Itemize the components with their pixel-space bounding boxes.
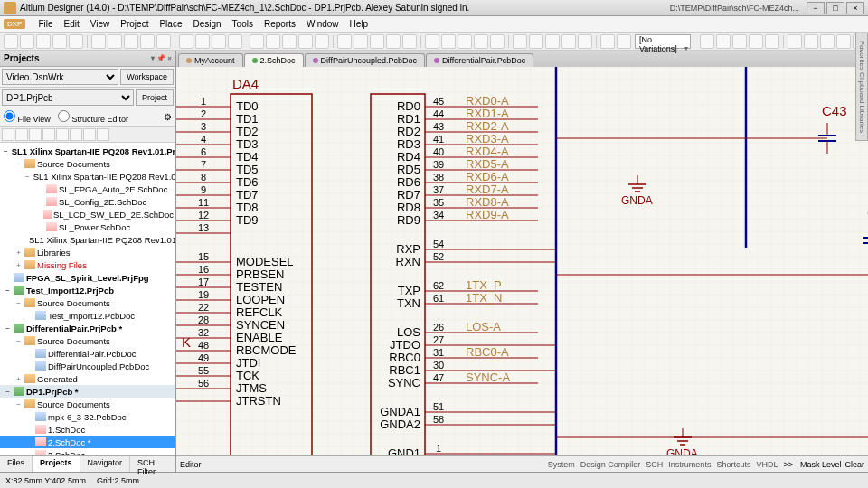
toolbar-button[interactable] [212,34,226,49]
tree-tool-button[interactable] [15,128,28,141]
toolbar-button[interactable] [545,34,560,49]
tree-node[interactable]: DifferentialPair.PcbDoc [0,347,175,360]
panel-tab-sch filter[interactable]: SCH Filter [130,456,175,472]
tree-node[interactable]: +Missing Files [0,258,175,271]
toolbar-button[interactable] [474,34,488,49]
panel-tab-files[interactable]: Files [0,456,33,472]
tree-node[interactable]: −Source Documents [0,398,175,410]
tree-node[interactable]: −Test_Import12.PrjPcb [0,284,175,296]
tree-node[interactable]: SL_FPGA_Auto_2E.SchDoc [0,183,175,195]
menu-file[interactable]: File [33,17,58,31]
tree-tool-button[interactable] [97,128,109,141]
toolbar-button[interactable] [179,34,193,49]
variations-select[interactable]: [No Variations] [635,34,691,49]
tree-node[interactable]: −SL1 Xilinx Spartan-IIE PQ208 Rev1.01.Sc… [0,170,175,183]
toolbar-button[interactable] [124,34,138,49]
tree-tool-button[interactable] [29,128,42,141]
tree-node[interactable]: 2.SchDoc * [0,436,175,448]
toolbar-button[interactable] [354,34,368,49]
doc-tab[interactable]: DiffPairUncoupled.PcbDoc [305,53,425,67]
tree-node[interactable]: mpk-6_3-32.PcbDoc [0,410,175,423]
toolbar-button[interactable] [700,34,714,49]
toolbar-button[interactable] [36,34,51,49]
fileview-radio[interactable]: File View [4,110,51,124]
toolbar-button[interactable] [386,34,401,49]
system-tab[interactable]: Shortcuts [716,460,750,469]
system-tab[interactable]: Design Compiler [580,460,641,469]
menu-project[interactable]: Project [115,17,154,31]
toolbar-button[interactable] [490,34,505,49]
toolbar-button[interactable] [370,34,384,49]
tree-node[interactable]: FPGA_SL_Spirit_Level.PrjFpg [0,271,175,284]
minimize-button[interactable]: − [807,2,825,14]
workspace-select[interactable]: Video.DsnWrk [2,69,118,85]
toolbar-button[interactable] [561,34,576,49]
toolbar-button[interactable] [425,34,439,49]
toolbar-button[interactable] [91,34,106,49]
toolbar-button[interactable] [820,34,835,49]
tree-node[interactable]: −DP1.PrjPcb * [0,385,175,398]
toolbar-button[interactable] [617,34,631,49]
menu-reports[interactable]: Reports [259,17,301,31]
toolbar-button[interactable] [716,34,731,49]
panel-settings-icon[interactable]: ⚙ [164,112,172,122]
system-tab[interactable]: VHDL [756,460,778,469]
tree-tool-button[interactable] [83,128,96,141]
doc-tab[interactable]: DifferentialPair.PcbDoc [426,53,533,67]
toolbar-button[interactable] [156,34,171,49]
mask-level[interactable]: Mask Level [800,460,842,469]
tree-node[interactable]: SL_Config_2E.SchDoc [0,195,175,208]
toolbar-button[interactable] [52,34,67,49]
project-tree[interactable]: −SL1 Xilinx Spartan-IIE PQ208 Rev1.01.Pr… [0,143,175,455]
toolbar-button[interactable] [600,34,615,49]
panel-menu-icon[interactable]: ▾ [151,54,155,62]
structure-radio[interactable]: Structure Editor [58,110,128,124]
project-button[interactable]: Project [136,89,174,106]
toolbar-button[interactable] [458,34,472,49]
tree-node[interactable]: Test_Import12.PcbDoc [0,309,175,322]
menu-help[interactable]: Help [344,17,374,31]
tree-node[interactable]: 3.SchDoc [0,448,175,455]
panel-close-icon[interactable]: × [167,54,172,62]
tree-tool-button[interactable] [42,128,55,141]
system-tab[interactable]: Instruments [668,460,711,469]
dxp-button[interactable]: DXP [4,19,25,29]
tree-node[interactable]: −DifferentialPair.PrjPcb * [0,322,175,334]
tree-node[interactable]: SL1 Xilinx Spartan-IIE PQ208 Rev1.01.Pcb… [0,233,175,246]
toolbar-button[interactable] [732,34,747,49]
menu-design[interactable]: Design [187,17,226,31]
toolbar-button[interactable] [836,34,851,49]
doc-tab[interactable]: MyAccount [178,53,243,67]
tree-tool-button[interactable] [56,128,69,141]
schematic-canvas[interactable]: DA41TD02TD13TD24TD36TD47TD58TD69TD711TD8… [176,67,868,455]
menu-window[interactable]: Window [301,17,344,31]
menu-tools[interactable]: Tools [227,17,259,31]
tree-node[interactable]: 1.SchDoc [0,423,175,436]
tree-node[interactable]: SL_LCD_SW_LED_2E.SchDoc [0,208,175,221]
toolbar-button[interactable] [315,34,329,49]
menu-edit[interactable]: Edit [59,17,85,31]
toolbar-button[interactable] [749,34,763,49]
toolbar-button[interactable] [195,34,210,49]
close-button[interactable]: × [846,2,864,14]
toolbar-button[interactable] [69,34,83,49]
toolbar-button[interactable] [108,34,122,49]
panel-tab-projects[interactable]: Projects [33,456,80,472]
system-tab[interactable]: SCH [646,460,663,469]
toolbar-button[interactable] [20,34,34,49]
toolbar-button[interactable] [140,34,155,49]
tree-tool-button[interactable] [70,128,82,141]
toolbar-button[interactable] [441,34,456,49]
toolbar-button[interactable] [298,34,313,49]
toolbar-button[interactable] [578,34,592,49]
tree-node[interactable]: DiffPairUncoupled.PcbDoc [0,360,175,372]
workspace-button[interactable]: Workspace [120,69,174,85]
toolbar-button[interactable] [513,34,527,49]
toolbar-button[interactable] [402,34,417,49]
tree-node[interactable]: −SL1 Xilinx Spartan-IIE PQ208 Rev1.01.Pr… [0,145,175,157]
toolbar-button[interactable] [250,34,264,49]
right-panel-tabs[interactable]: Favorites Clipboard Libraries [855,33,868,141]
tree-node[interactable]: +Generated [0,372,175,385]
menu-place[interactable]: Place [154,17,187,31]
tree-tool-button[interactable] [2,128,14,141]
